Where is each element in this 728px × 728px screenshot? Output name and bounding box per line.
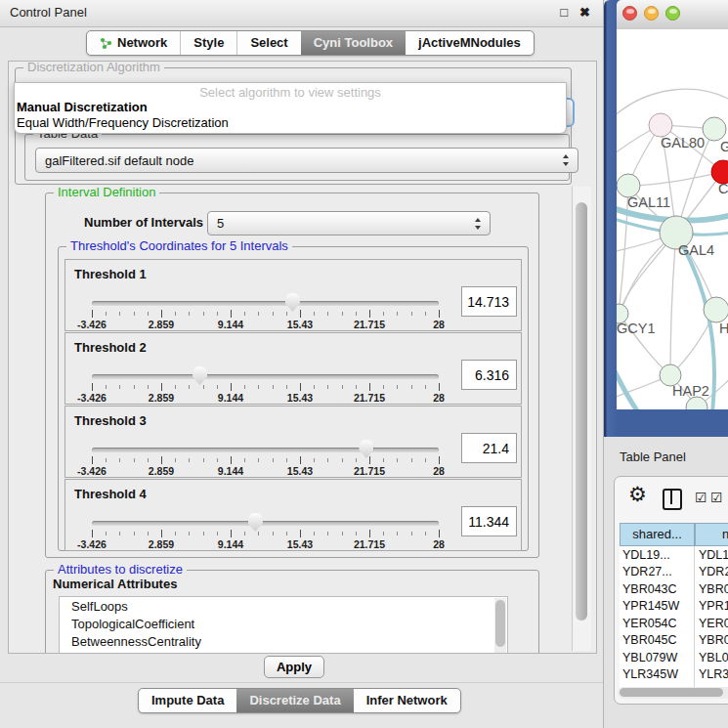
network-node[interactable] (649, 113, 672, 137)
dropdown-hint: Select algorithm to view settings (15, 85, 566, 100)
threshold-value-field[interactable] (461, 286, 517, 317)
table-row[interactable]: YER054CYER0 (620, 615, 728, 632)
apply-button[interactable]: Apply (264, 656, 324, 678)
control-panel-window: Control Panel □ ✖ Network Style Select C… (0, 0, 604, 728)
tab-discretize-data[interactable]: Discretize Data (236, 689, 353, 712)
tab-cyni-toolbox[interactable]: Cyni Toolbox (301, 31, 406, 55)
table-cell[interactable]: YDL19... (620, 548, 694, 562)
slider-tick-labels: -3.4262.8599.14415.4321.71528 (92, 319, 439, 330)
threshold-slider-track[interactable] (92, 374, 439, 379)
numerical-attributes-list[interactable]: SelfLoopsTopologicalCoefficientBetweenne… (59, 596, 508, 654)
column-header-name[interactable]: na (695, 523, 728, 546)
table-row[interactable]: YBL079WYBL0 (620, 649, 728, 666)
node-table-rows[interactable]: YDL19...YDL1YDR27...YDR2YBR043CYBR0YPR14… (620, 546, 728, 689)
network-edge[interactable] (617, 89, 728, 119)
table-cell[interactable]: YDR2 (694, 564, 728, 581)
network-node[interactable] (703, 117, 726, 141)
control-panel-titlebar[interactable]: Control Panel □ ✖ (0, 0, 603, 27)
table-header-row: shared... na (620, 523, 728, 546)
interval-definition-group: Interval Definition Number of Intervals … (45, 193, 539, 558)
threshold-value-field[interactable] (461, 433, 517, 463)
algorithm-dropdown-popup: Select algorithm to view settings Manual… (14, 82, 567, 134)
attributes-scrollbar[interactable] (494, 598, 506, 654)
minimize-traffic-light-icon[interactable] (644, 6, 659, 21)
table-cell[interactable]: YDL1 (694, 546, 728, 564)
scrollbar-thumb[interactable] (576, 202, 587, 621)
network-window-titlebar[interactable] (617, 0, 728, 30)
threshold-slider-track[interactable] (92, 448, 439, 452)
close-icon[interactable]: ✖ (579, 5, 590, 21)
network-canvas-svg: GAL80GAGAL11CGAL4GCY1HHAP2 (617, 29, 728, 409)
table-panel-title: Table Panel (620, 450, 686, 464)
column-header-shared-name[interactable]: shared... (620, 523, 695, 546)
node-label: GAL11 (627, 194, 670, 210)
network-edge[interactable] (617, 233, 676, 360)
table-cell[interactable]: YBR0 (694, 580, 728, 598)
thresholds-coordinates-group: Threshold's Coordinates for 5 Intervals … (58, 246, 529, 551)
table-row[interactable]: YDR27...YDR2 (620, 564, 728, 581)
table-cell[interactable]: YLR3 (694, 666, 728, 684)
network-node[interactable] (704, 297, 728, 322)
tab-style[interactable]: Style (180, 31, 236, 55)
table-cell[interactable]: YBL0 (694, 649, 728, 666)
tab-jactivemnodules[interactable]: jActiveMNodules (406, 31, 534, 55)
table-cell[interactable]: YBL079W (620, 651, 694, 664)
numerical-attributes-heading: Numerical Attributes (53, 577, 177, 591)
table-cell[interactable]: YBR0 (694, 632, 728, 650)
group-title: Interval Definition (54, 185, 159, 199)
gear-icon[interactable]: ⚙ (628, 483, 647, 506)
checkbox-icon[interactable]: ☑ (710, 490, 723, 505)
tab-impute-data[interactable]: Impute Data (139, 689, 236, 712)
node-label: C (718, 181, 728, 196)
table-row[interactable]: YDL19...YDL1 (620, 546, 728, 564)
table-cell[interactable]: YER0 (694, 615, 728, 632)
panel-scrollbar[interactable] (572, 187, 591, 651)
dropdown-option-equal-width-frequency[interactable]: Equal Width/Frequency Discretization (17, 115, 229, 130)
table-row[interactable]: YPR145WYPR1 (620, 598, 728, 616)
table-row[interactable]: YBR043CYBR0 (620, 580, 728, 598)
attribute-item[interactable]: BetweennessCentrality (60, 632, 507, 650)
float-icon[interactable]: □ (560, 5, 568, 21)
table-cell[interactable]: YPR145W (620, 599, 694, 613)
network-canvas[interactable]: GAL80GAGAL11CGAL4GCY1HHAP2 (617, 29, 728, 409)
table-cell[interactable]: YDR27... (620, 565, 694, 578)
threshold-value-field[interactable] (461, 360, 517, 390)
dropdown-option-manual-discretization[interactable]: Manual Discretization (17, 100, 148, 114)
threshold-slider-track[interactable] (92, 301, 439, 306)
network-edge[interactable] (617, 364, 644, 409)
table-horizontal-scrollbar[interactable] (618, 687, 728, 699)
network-edge[interactable] (628, 172, 723, 186)
number-of-intervals-combobox[interactable]: 5 (207, 211, 491, 236)
scrollbar-thumb[interactable] (620, 688, 723, 697)
network-icon (100, 37, 112, 50)
close-traffic-light-icon[interactable] (622, 6, 637, 21)
threshold-slider-track[interactable] (92, 521, 439, 526)
node-label: GAL80 (661, 135, 705, 150)
checkbox-icon[interactable]: ☑ (695, 490, 707, 505)
table-cell[interactable]: YBR043C (620, 582, 694, 596)
table-data-combobox[interactable]: galFiltered.sif default node (35, 148, 578, 173)
columns-icon[interactable] (663, 489, 682, 510)
group-title: Attributes to discretize (54, 562, 187, 577)
table-row[interactable]: YBR045CYBR0 (620, 632, 728, 650)
threshold-value-field[interactable] (461, 506, 517, 536)
tab-infer-network[interactable]: Infer Network (354, 689, 460, 712)
zoom-traffic-light-icon[interactable] (665, 6, 680, 21)
scrollbar-thumb[interactable] (495, 600, 505, 647)
table-cell[interactable]: YER054C (620, 617, 694, 630)
table-cell[interactable]: YBR045C (620, 633, 694, 647)
tab-select[interactable]: Select (236, 31, 300, 55)
table-data-group: Table Data galFiltered.sif default node (24, 134, 570, 181)
tab-label: Select (250, 31, 287, 55)
group-title: Discretization Algorithm (23, 61, 164, 74)
divider (0, 682, 603, 683)
threshold-2-panel: Threshold 2 -3.4262.8599.14415.4321.7152… (64, 332, 522, 405)
table-cell[interactable]: YPR1 (694, 598, 728, 616)
network-edge[interactable] (670, 233, 676, 375)
attribute-item[interactable]: TopologicalCoefficient (60, 615, 507, 632)
tab-network[interactable]: Network (87, 31, 180, 55)
table-row[interactable]: YLR345WYLR3 (620, 666, 728, 684)
slider-tick-labels: -3.4262.8599.14415.4321.71528 (92, 538, 439, 550)
attribute-item[interactable]: SelfLoops (60, 597, 507, 615)
table-cell[interactable]: YLR345W (620, 667, 694, 681)
